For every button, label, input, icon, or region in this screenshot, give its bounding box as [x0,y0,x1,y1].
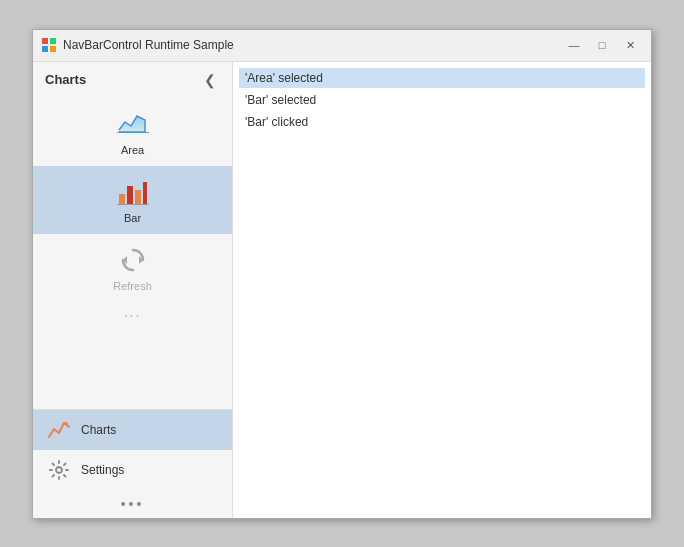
refresh-icon [117,244,149,276]
sidebar: Charts ❮ [33,62,233,518]
main-content: Charts ❮ [33,62,651,518]
svg-rect-6 [127,186,133,204]
svg-rect-1 [50,38,56,44]
title-bar: NavBarControl Runtime Sample — □ ✕ [33,30,651,62]
svg-point-13 [56,467,62,473]
sidebar-title: Charts [45,72,86,87]
log-item[interactable]: 'Bar' selected [239,90,645,110]
nav-item-bar[interactable]: Bar [33,166,232,234]
bar-label: Bar [124,212,141,224]
charts-bottom-label: Charts [81,423,116,437]
charts-bottom-icon [47,418,71,442]
refresh-label: Refresh [113,280,152,292]
svg-rect-2 [42,46,48,52]
area-label: Area [121,144,144,156]
maximize-button[interactable]: □ [589,34,615,56]
bar-chart-icon [117,176,149,208]
app-icon [41,37,57,53]
settings-icon [47,458,71,482]
close-button[interactable]: ✕ [617,34,643,56]
nav-item-refresh[interactable]: Refresh [33,234,232,302]
nav-bottom: Charts Settings ••• [33,409,232,518]
svg-rect-9 [117,204,149,205]
settings-bottom-label: Settings [81,463,124,477]
overflow-dots-button[interactable]: ••• [33,490,232,518]
window-title: NavBarControl Runtime Sample [63,38,234,52]
svg-rect-7 [135,190,141,204]
nav-bottom-charts[interactable]: Charts [33,410,232,450]
svg-rect-8 [143,182,147,204]
svg-rect-3 [50,46,56,52]
app-window: NavBarControl Runtime Sample — □ ✕ Chart… [32,29,652,519]
nav-item-area[interactable]: Area [33,98,232,166]
sidebar-header: Charts ❮ [33,62,232,94]
title-bar-controls: — □ ✕ [561,34,643,56]
nav-items-top: Area Bar [33,94,232,409]
log-item[interactable]: 'Area' selected [239,68,645,88]
svg-rect-5 [119,194,125,204]
minimize-button[interactable]: — [561,34,587,56]
area-chart-icon [117,108,149,140]
collapse-button[interactable]: ❮ [200,70,220,90]
dots-separator-top: ... [33,302,232,322]
title-bar-left: NavBarControl Runtime Sample [41,37,234,53]
log-item[interactable]: 'Bar' clicked [239,112,645,132]
log-content-area: 'Area' selected 'Bar' selected 'Bar' cli… [233,62,651,518]
nav-bottom-settings[interactable]: Settings [33,450,232,490]
svg-rect-0 [42,38,48,44]
